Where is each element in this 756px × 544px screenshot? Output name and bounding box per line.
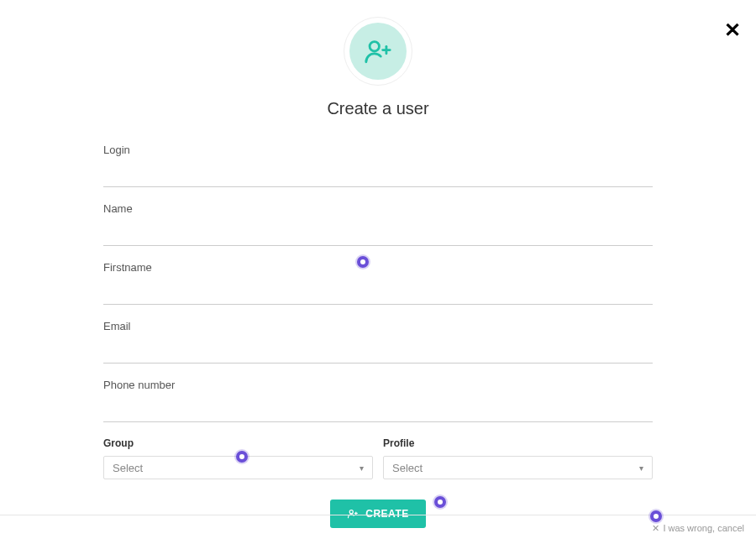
header-icon-ring bbox=[344, 17, 412, 86]
login-field: Login bbox=[103, 144, 653, 187]
profile-select-placeholder: Select bbox=[392, 462, 423, 474]
caret-down-icon: ▾ bbox=[360, 463, 364, 473]
name-field: Name bbox=[103, 202, 653, 246]
email-input[interactable] bbox=[103, 341, 653, 364]
highlight-marker bbox=[434, 496, 446, 508]
phone-label: Phone number bbox=[103, 379, 653, 391]
page-title: Create a user bbox=[103, 99, 653, 118]
phone-field: Phone number bbox=[103, 379, 653, 422]
profile-select[interactable]: Select ▾ bbox=[383, 456, 653, 479]
footer-divider bbox=[0, 515, 756, 515]
create-user-form: Create a user Login Name Firstname Email… bbox=[103, 0, 653, 528]
group-label: Group bbox=[103, 437, 373, 449]
select-row: Group Select ▾ Profile Select ▾ bbox=[103, 437, 653, 479]
caret-down-icon: ▾ bbox=[639, 463, 643, 473]
svg-point-3 bbox=[349, 510, 353, 514]
user-plus-icon bbox=[347, 508, 359, 520]
close-icon: ✕ bbox=[724, 18, 741, 41]
group-col: Group Select ▾ bbox=[103, 437, 373, 479]
phone-input[interactable] bbox=[103, 400, 653, 422]
close-button[interactable]: ✕ bbox=[724, 20, 741, 40]
form-header: Create a user bbox=[103, 17, 653, 118]
svg-point-0 bbox=[370, 42, 379, 51]
firstname-field: Firstname bbox=[103, 261, 653, 305]
profile-col: Profile Select ▾ bbox=[383, 437, 653, 479]
name-input[interactable] bbox=[103, 223, 653, 246]
login-input[interactable] bbox=[103, 165, 653, 187]
user-plus-icon bbox=[364, 37, 392, 65]
profile-label: Profile bbox=[383, 437, 653, 449]
group-select-placeholder: Select bbox=[113, 462, 143, 474]
email-label: Email bbox=[103, 320, 653, 332]
firstname-label: Firstname bbox=[103, 261, 653, 274]
group-select[interactable]: Select ▾ bbox=[103, 456, 373, 479]
cancel-link[interactable]: ✕ I was wrong, cancel bbox=[635, 522, 744, 534]
form-actions: CREATE bbox=[103, 500, 653, 528]
email-field: Email bbox=[103, 320, 653, 364]
create-button-label: CREATE bbox=[365, 508, 408, 520]
firstname-input[interactable] bbox=[103, 282, 653, 305]
close-icon: ✕ bbox=[652, 523, 659, 534]
name-label: Name bbox=[103, 202, 653, 215]
login-label: Login bbox=[103, 144, 653, 156]
cancel-link-label: I was wrong, cancel bbox=[663, 523, 744, 533]
header-icon-circle bbox=[349, 23, 407, 80]
create-button[interactable]: CREATE bbox=[330, 500, 425, 528]
